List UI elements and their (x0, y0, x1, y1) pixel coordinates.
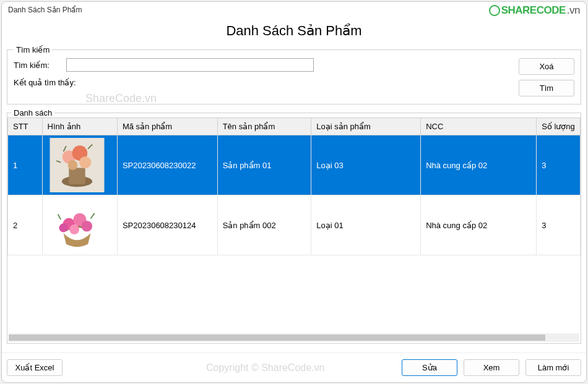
table-container: STT Hình ảnh Mã sản phẩm Tên sản phẩm Lo… (7, 117, 581, 331)
cell-stt: 2 (8, 195, 43, 255)
cell-ma: SP20230608230022 (117, 135, 217, 195)
col-stt[interactable]: STT (8, 118, 43, 135)
table-row[interactable]: 1 (8, 135, 581, 195)
cell-loai: Loại 01 (311, 195, 421, 255)
svg-rect-2 (69, 168, 85, 184)
cell-loai: Loại 03 (311, 135, 421, 195)
search-fieldset: Tìm kiếm Tìm kiếm: Kết quả tìm thấy: Xoá… (7, 45, 581, 105)
bottom-toolbar: Xuất Excel Sửa Xem Làm mới (2, 352, 586, 382)
search-legend: Tìm kiếm (14, 45, 52, 54)
delete-button[interactable]: Xoá (519, 58, 574, 75)
cell-ten: Sản phẩm 002 (217, 195, 311, 255)
cell-stt: 1 (8, 135, 43, 195)
flower-vase-icon (48, 138, 106, 192)
view-button[interactable]: Xem (464, 359, 519, 376)
search-input[interactable] (66, 58, 314, 72)
cell-image (42, 195, 117, 255)
cell-ma: SP20230608230124 (117, 195, 217, 255)
cell-ten: Sản phẩm 01 (217, 135, 311, 195)
col-ten-san-pham[interactable]: Tên sản phẩm (217, 118, 311, 135)
page-title: Danh Sách Sản Phẩm (2, 18, 586, 45)
svg-point-11 (69, 224, 79, 234)
products-table: STT Hình ảnh Mã sản phẩm Tên sản phẩm Lo… (7, 117, 581, 255)
cell-image (42, 135, 117, 195)
col-so-luong[interactable]: Số lượng (537, 118, 581, 135)
cell-sl: 3 (537, 195, 581, 255)
horizontal-scrollbar[interactable] (9, 333, 579, 342)
edit-button[interactable]: Sửa (402, 359, 457, 376)
svg-point-6 (67, 160, 77, 170)
cell-sl: 3 (537, 135, 581, 195)
search-result-label: Kết quả tìm thấy: (14, 78, 76, 87)
logo-ring-icon (489, 5, 500, 16)
refresh-button[interactable]: Làm mới (525, 359, 581, 376)
flower-basket-icon (48, 198, 106, 252)
cell-ncc: Nhà cung cấp 02 (421, 135, 537, 195)
list-fieldset: Danh sách STT Hình ảnh Mã sản phẩm Tên s… (7, 108, 581, 344)
table-row[interactable]: 2 (8, 195, 581, 255)
col-loai-san-pham[interactable]: Loại sản phẩm (311, 118, 421, 135)
search-label: Tìm kiếm: (14, 61, 60, 70)
find-button[interactable]: Tìm (519, 80, 574, 96)
window-title: Danh Sách Sản Phẩm (8, 6, 82, 14)
sharecode-logo: SHARECODE.vn (489, 4, 580, 17)
col-ma-san-pham[interactable]: Mã sản phẩm (117, 118, 217, 135)
list-legend: Danh sách (11, 108, 54, 117)
col-ncc[interactable]: NCC (421, 118, 537, 135)
scrollbar-thumb[interactable] (9, 335, 545, 341)
svg-point-10 (81, 221, 92, 232)
cell-ncc: Nhà cung cấp 02 (421, 195, 537, 255)
svg-point-5 (79, 156, 91, 168)
svg-point-12 (59, 223, 67, 232)
col-hinh-anh[interactable]: Hình ảnh (42, 118, 117, 135)
export-excel-button[interactable]: Xuất Excel (7, 359, 63, 376)
